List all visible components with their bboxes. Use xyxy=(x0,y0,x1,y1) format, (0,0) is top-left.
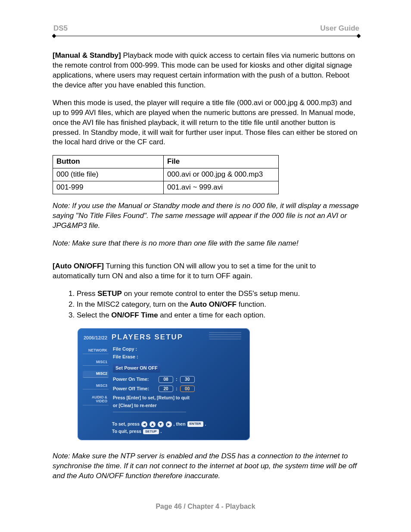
separator-line xyxy=(113,412,186,412)
header-left: DS5 xyxy=(53,24,68,34)
steps-list: Press SETUP on your remote control to en… xyxy=(53,289,360,320)
note-ntp: Note: Make sure the NTP server is enable… xyxy=(53,451,360,481)
step-text: and enter a time for each option. xyxy=(158,311,266,319)
arrow-left-icon: ◄ xyxy=(141,421,147,427)
step-text: on your remote control to enter the DS5'… xyxy=(122,289,300,298)
step-text: Select the xyxy=(77,311,111,319)
power-off-row: Power Off Time: 20 : 00 xyxy=(113,386,245,392)
power-on-hour[interactable]: 08 xyxy=(159,376,173,383)
power-off-hour[interactable]: 20 xyxy=(159,386,173,392)
cell: 000.avi or 000.jpg & 000.mp3 xyxy=(164,168,279,181)
step-item: Press SETUP on your remote control to en… xyxy=(77,289,360,299)
cell: 001.avi ~ 999.avi xyxy=(164,181,279,194)
power-on-label: Power On Time: xyxy=(113,376,156,383)
setup-title: PLAYERS SETUP xyxy=(112,333,183,342)
side-item-misc3[interactable]: MISC3 xyxy=(83,383,109,389)
setup-date: 2006/12/22 xyxy=(84,335,107,341)
foot-text: To set, press xyxy=(112,421,140,426)
step-item: In the MISC2 category, turn on the Auto … xyxy=(77,300,360,310)
step-text: function. xyxy=(237,300,266,308)
header-rule xyxy=(53,34,360,39)
header-right: User Guide xyxy=(320,24,359,34)
lead-auto-onoff: [Auto ON/OFF] xyxy=(53,262,104,270)
step-key: SETUP xyxy=(97,289,122,298)
power-off-label: Power Off Time: xyxy=(113,386,156,392)
side-item-network[interactable]: NETWORK xyxy=(83,348,109,354)
colon: : xyxy=(176,386,177,392)
page-header: DS5 User Guide xyxy=(53,24,360,34)
pane-hint-2: or [Clear] to re-enter xyxy=(113,402,245,409)
table-row: 001-999 001.avi ~ 999.avi xyxy=(53,181,279,194)
stripes-deco xyxy=(209,332,241,339)
step-item: Select the ON/OFF Time and enter a time … xyxy=(77,311,360,320)
note-no-title-file: Note: If you use the Manual or Standby m… xyxy=(53,201,360,231)
page-footer: Page 46 / Chapter 4 - Playback xyxy=(0,502,411,511)
step-text: Press xyxy=(77,289,97,298)
setup-side-nav: NETWORK MISC1 MISC2 MISC3 AUDIO & VIDEO xyxy=(83,346,109,417)
cell: 001-999 xyxy=(53,181,164,194)
diamond-icon xyxy=(357,34,361,38)
paragraph-title-file: When this mode is used, the player will … xyxy=(53,98,360,148)
side-item-misc1[interactable]: MISC1 xyxy=(83,359,109,366)
arrow-right-icon: ► xyxy=(166,421,172,427)
note-unique-filename: Note: Make sure that there is no more th… xyxy=(53,239,360,249)
power-off-minute[interactable]: 00 xyxy=(180,386,195,392)
file-erase-label: File Erase : xyxy=(113,354,245,360)
players-setup-figure: 2006/12/22 PLAYERS SETUP NETWORK MISC1 M… xyxy=(78,328,250,441)
cell: 000 (title file) xyxy=(53,168,164,181)
file-copy-label: File Copy : xyxy=(113,346,245,352)
step-key: Auto ON/OFF xyxy=(190,300,237,308)
power-on-row: Power On Time: 08 : 30 xyxy=(113,376,245,383)
setup-titlebar: 2006/12/22 PLAYERS SETUP xyxy=(78,328,250,344)
side-item-misc2[interactable]: MISC2 xyxy=(83,371,109,377)
pane-hint-1: Press [Enter] to set, [Return] to quit xyxy=(113,395,245,401)
arrow-up-icon: ▲ xyxy=(149,421,156,427)
setup-key-icon: SETUP xyxy=(143,429,159,435)
arrow-down-icon: ▼ xyxy=(158,421,164,427)
setup-footer-hint: To set, press ◄ ▲ ▼ ► , then ENTER . To … xyxy=(78,421,250,441)
foot-text: To quit, press xyxy=(112,429,141,434)
power-on-minute[interactable]: 30 xyxy=(180,376,195,383)
side-item-audio-video[interactable]: AUDIO & VIDEO xyxy=(83,395,109,405)
paragraph-manual-standby: [Manual & Standby] Playback mode with qu… xyxy=(53,51,360,90)
enter-key-icon: ENTER xyxy=(187,421,203,427)
step-key: ON/OFF Time xyxy=(111,311,158,319)
foot-text: . xyxy=(205,421,206,426)
lead-manual-standby: [Manual & Standby] xyxy=(53,51,121,59)
foot-text: . xyxy=(161,429,162,434)
table-header-row: Button File xyxy=(53,156,279,168)
button-file-table: Button File 000 (title file) 000.avi or … xyxy=(53,155,279,194)
foot-text: , then xyxy=(174,421,186,426)
step-text: In the MISC2 category, turn on the xyxy=(77,300,190,308)
th-button: Button xyxy=(53,156,164,168)
table-row: 000 (title file) 000.avi or 000.jpg & 00… xyxy=(53,168,279,181)
th-file: File xyxy=(164,156,279,168)
rule-line xyxy=(55,36,358,36)
setup-main-pane: File Copy : File Erase : Set Power ON OF… xyxy=(113,346,245,417)
paragraph-auto-onoff: [Auto ON/OFF] Turning this function ON w… xyxy=(53,261,360,281)
colon: : xyxy=(176,376,177,383)
set-power-heading: Set Power ON OFF xyxy=(113,364,160,373)
